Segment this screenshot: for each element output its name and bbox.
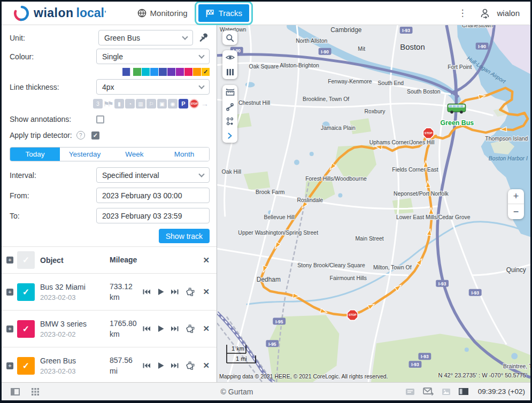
fuel-icon[interactable]: ▥	[136, 99, 145, 108]
map-label: Fields Corner East	[392, 167, 438, 173]
map-label: Oak Hill	[222, 169, 242, 175]
add-all-button[interactable]: +	[6, 257, 13, 264]
colour-row: Colour: Single	[10, 49, 210, 64]
colour-swatch[interactable]	[142, 68, 150, 76]
unit-select[interactable]: Green Bus	[98, 30, 193, 45]
help-icon[interactable]: ?	[76, 131, 85, 140]
remove-track-icon[interactable]: ✕	[203, 324, 210, 334]
remove-track-icon[interactable]: ✕	[203, 361, 210, 370]
tab-month[interactable]: Month	[159, 148, 209, 161]
track-row: + ✓ Bus 32 Miami 2023-02-03 733.12 km ✕	[2, 274, 217, 311]
add-track-button[interactable]: +	[6, 289, 13, 296]
zoom-in-button[interactable]: +	[508, 189, 524, 204]
annotations-checkbox[interactable]	[96, 115, 104, 123]
map[interactable]: I-90I-90I-90I-93I-93I-93I-95I-95I-93I-93…	[217, 25, 530, 382]
show-track-button[interactable]: Show track	[159, 229, 210, 243]
tab-week[interactable]: Week	[110, 148, 159, 161]
skip-to-start-button[interactable]	[142, 324, 151, 333]
stop-marker[interactable]: STOP	[423, 128, 434, 138]
colour-swatch[interactable]	[159, 68, 167, 76]
stop-icon[interactable]: STOP	[189, 99, 199, 108]
measure-distance-button[interactable]	[222, 85, 237, 99]
trip-detector-checkbox[interactable]: ✓	[91, 131, 99, 140]
colour-select[interactable]: Single	[96, 49, 210, 64]
video-icon[interactable]: ◉	[168, 99, 178, 108]
map-label: Fenway-Kenmore	[328, 79, 372, 84]
image-icon[interactable]	[442, 388, 451, 396]
colour-swatch[interactable]	[150, 68, 158, 76]
skip-to-start-button[interactable]	[142, 288, 151, 296]
stop-marker[interactable]: STOP	[347, 310, 358, 321]
track-points-button[interactable]	[185, 324, 195, 333]
skip-to-end-button[interactable]	[171, 361, 179, 370]
eye-icon	[226, 54, 235, 61]
track-date: 2023-02-02	[40, 330, 110, 338]
collapse-panel-icon[interactable]	[11, 388, 20, 396]
track-checkbox[interactable]: ✓	[17, 357, 35, 375]
flags-icon[interactable]: ⚑⚑	[104, 99, 113, 108]
skip-to-end-button[interactable]	[171, 324, 179, 333]
speedings-icon[interactable]: ◔	[125, 99, 135, 108]
notes-icon[interactable]	[405, 388, 415, 396]
kebab-menu-icon[interactable]: ⋮	[458, 7, 467, 19]
parking-icon[interactable]: P	[179, 99, 188, 108]
track-points-button[interactable]	[185, 361, 195, 370]
track-points-button[interactable]	[185, 288, 195, 296]
colour-swatch[interactable]	[167, 68, 175, 76]
user-menu[interactable]: wialon	[480, 8, 520, 19]
play-track-button[interactable]	[157, 288, 165, 296]
selected-colour-swatch[interactable]	[122, 68, 130, 76]
thickness-select[interactable]: 4px	[96, 79, 210, 95]
mail-icon[interactable]	[423, 387, 434, 396]
colour-swatch[interactable]	[176, 68, 184, 76]
colour-swatch[interactable]	[184, 68, 192, 76]
map-label: Upper Washington/Spring Street	[238, 230, 318, 236]
map-label: Stony Brook/Cleary Square	[297, 262, 365, 268]
track-checkbox[interactable]: ✓	[17, 320, 35, 338]
from-input[interactable]: 2023 February 03 00:00	[96, 188, 210, 203]
map-label: Boston	[400, 43, 425, 51]
skip-to-start-button[interactable]	[142, 361, 151, 370]
arrow-icon[interactable]: →	[200, 99, 210, 108]
colour-swatch[interactable]	[133, 68, 141, 76]
map-label: Allston-Brighton	[280, 63, 319, 68]
wrench-icon[interactable]	[197, 33, 210, 42]
to-input[interactable]: 2023 February 03 23:59	[96, 208, 210, 223]
select-all-checkbox[interactable]: ✓	[17, 251, 35, 269]
clock-label: 09:39:23 (+02)	[478, 387, 525, 396]
tab-tracks[interactable]: Tracks	[198, 4, 249, 22]
close-all-icon[interactable]: ✕	[203, 255, 210, 265]
tab-yesterday[interactable]: Yesterday	[60, 148, 110, 161]
routing-button[interactable]	[222, 99, 237, 114]
map-coordinates: N 42° 23.2735' : W -070° 50.5775'	[438, 372, 528, 378]
flag-icon[interactable]: ⚐	[147, 99, 156, 108]
tab-today[interactable]: Today	[10, 148, 60, 161]
play-track-button[interactable]	[157, 324, 165, 333]
map-label: Uphams Corner/Jones Hill	[369, 140, 435, 145]
play-track-button[interactable]	[157, 361, 165, 370]
apps-grid-icon[interactable]	[32, 388, 39, 396]
skip-to-end-button[interactable]	[171, 288, 179, 296]
remove-track-icon[interactable]: ✕	[203, 287, 210, 297]
track-checkbox[interactable]: ✓	[17, 283, 35, 301]
add-track-button[interactable]: +	[6, 362, 13, 369]
road-shield: I-90	[476, 43, 489, 50]
map-layers-button[interactable]	[222, 65, 237, 79]
photo-icon[interactable]: ▣	[157, 99, 167, 108]
colour-swatch[interactable]	[193, 68, 201, 76]
tab-monitoring[interactable]: Monitoring	[137, 9, 188, 18]
expand-tools-button[interactable]	[222, 128, 237, 143]
track-row: + ✓ Green Bus 2023-02-03 857.56 mi ✕	[2, 347, 217, 382]
track-list: + ✓ Object Mileage ✕ + ✓ Bus 32 Miami 20…	[2, 246, 217, 382]
events-count-icon[interactable]: 3	[93, 99, 103, 108]
markers-group-button[interactable]	[222, 114, 237, 128]
map-visibility-button[interactable]	[222, 50, 237, 65]
add-track-button[interactable]: +	[6, 326, 13, 332]
map-search-button[interactable]	[222, 30, 237, 45]
road-shield: I-93	[400, 27, 413, 34]
split-view-icon[interactable]	[459, 388, 468, 395]
interval-select[interactable]: Specified interval	[96, 167, 210, 183]
zoom-out-button[interactable]: −	[508, 204, 524, 219]
colour-swatch[interactable]: ✓	[202, 68, 210, 76]
fillings-icon[interactable]: ▮	[114, 99, 124, 108]
